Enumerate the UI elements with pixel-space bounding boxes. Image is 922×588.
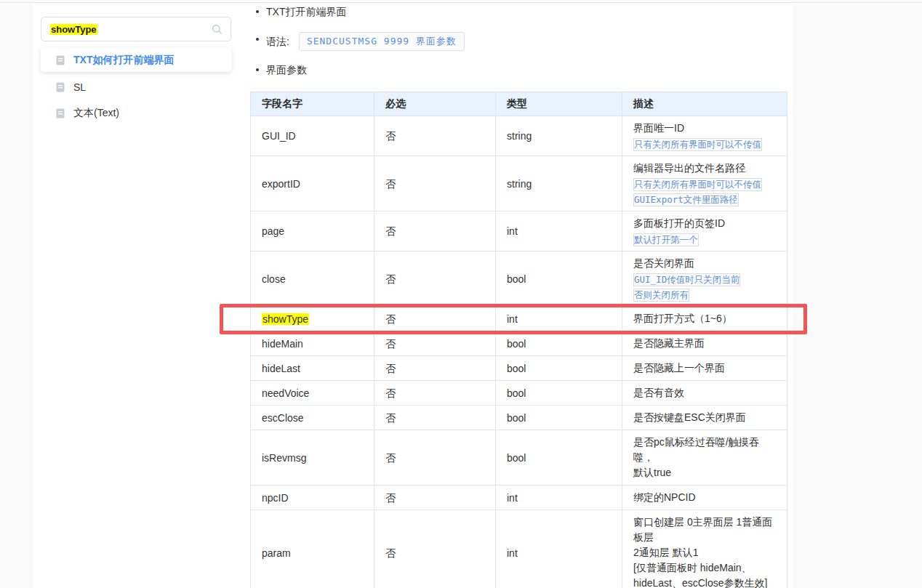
table-row: npcID否int绑定的NPCID [251, 486, 787, 510]
description-text: 是否按键盘ESC关闭界面 [633, 410, 776, 425]
cell-description: 是否按键盘ESC关闭界面 [622, 406, 787, 430]
description-text: 多面板打开的页签ID [633, 216, 776, 231]
table-row: exportID否string编辑器导出的文件名路径只有关闭所有界面时可以不传值… [251, 156, 787, 212]
bullet-params: 界面参数 [250, 63, 787, 77]
field-name: showType [262, 313, 309, 325]
cell-field-name: isRevmsg [251, 430, 374, 486]
description-text: 编辑器导出的文件名路径 [633, 161, 776, 176]
sidebar-item-text[interactable]: 文本(Text) [41, 102, 231, 124]
document-icon [56, 82, 65, 92]
cell-description: 是否pc鼠标经过吞噬/触摸吞噬， 默认true [622, 430, 787, 486]
table-row: hideLast否bool是否隐藏上一个界面 [251, 356, 787, 381]
field-name: escClose [262, 412, 304, 424]
search-query-text: showType [50, 24, 97, 35]
cell-field-name: param [251, 510, 374, 588]
cell-field-name: needVoice [251, 381, 374, 406]
document-icon [56, 108, 65, 118]
syntax-code-tag: SENDCUSTMSG 9999 界面参数 [299, 32, 465, 51]
field-name: isRevmsg [262, 452, 306, 464]
cell-required: 否 [374, 356, 496, 381]
field-name: hideLast [262, 363, 300, 374]
cell-required: 否 [374, 116, 496, 156]
cell-type: int [496, 486, 622, 510]
sidebar-item-label: TXT如何打开前端界面 [73, 54, 174, 67]
cell-description: 是否隐藏主界面 [622, 331, 787, 356]
table-row: page否int多面板打开的页签ID默认打开第一个 [251, 212, 787, 251]
doc-content: TXT打开前端界面 语法: SENDCUSTMSG 9999 界面参数 界面参数… [250, 3, 787, 588]
bullet-syntax: 语法: SENDCUSTMSG 9999 界面参数 [250, 32, 787, 51]
field-name: close [262, 273, 286, 285]
col-header-desc: 描述 [622, 92, 787, 116]
cell-type: bool [496, 430, 622, 486]
description-text: 绑定的NPCID [633, 490, 776, 505]
description-text: 界面打开方式（1~6） [633, 311, 776, 326]
description-text: 是否pc鼠标经过吞噬/触摸吞噬， 默认true [633, 435, 776, 480]
table-row: needVoice否bool是否有音效 [251, 381, 787, 406]
search-panel: showType TXT如何打开前端界面 [41, 17, 231, 124]
search-icon[interactable] [212, 24, 223, 35]
field-name: needVoice [262, 387, 309, 399]
desc-code-tag: GUIExport文件里面路径 [633, 193, 739, 206]
desc-code-tag: 只有关闭所有界面时可以不传值 [633, 138, 762, 151]
cell-required: 否 [374, 430, 496, 486]
table-row: param否int窗口创建层 0主界面层 1普通面板层 2通知层 默认1 [仅普… [251, 510, 787, 588]
cell-required: 否 [374, 406, 496, 430]
cell-description: 是否关闭界面GUI_ID传值时只关闭当前否则关闭所有 [622, 251, 787, 307]
col-header-required: 必选 [374, 92, 496, 116]
cell-field-name: exportID [251, 156, 374, 212]
desc-code-tag: 默认打开第一个 [633, 233, 699, 246]
cell-required: 否 [374, 307, 496, 331]
desc-code-tag: 只有关闭所有界面时可以不传值 [633, 178, 762, 191]
cell-description: 界面唯一ID只有关闭所有界面时可以不传值 [622, 116, 787, 156]
cell-description: 是否隐藏上一个界面 [622, 356, 787, 381]
cell-description: 是否有音效 [622, 381, 787, 406]
cell-type: int [496, 307, 622, 331]
cell-field-name: close [251, 251, 374, 307]
desc-code-tag: 否则关闭所有 [633, 289, 689, 302]
table-body: GUI_ID否string界面唯一ID只有关闭所有界面时可以不传值exportI… [251, 116, 787, 588]
sidebar-item-label: 文本(Text) [73, 107, 119, 120]
cell-required: 否 [374, 212, 496, 251]
sidebar-item-sl[interactable]: SL [41, 76, 231, 98]
cell-required: 否 [374, 331, 496, 356]
cell-type: bool [496, 251, 622, 307]
cell-required: 否 [374, 486, 496, 510]
field-name: npcID [262, 492, 289, 504]
cell-description: 多面板打开的页签ID默认打开第一个 [622, 212, 787, 251]
table-row: escClose否bool是否按键盘ESC关闭界面 [251, 406, 787, 430]
cell-description: 编辑器导出的文件名路径只有关闭所有界面时可以不传值GUIExport文件里面路径 [622, 156, 787, 212]
cell-description: 窗口创建层 0主界面层 1普通面板层 2通知层 默认1 [仅普通面板时 hide… [622, 510, 787, 588]
cell-field-name: escClose [251, 406, 374, 430]
cell-field-name: hideLast [251, 356, 374, 381]
table-row: GUI_ID否string界面唯一ID只有关闭所有界面时可以不传值 [251, 116, 787, 156]
cell-field-name: npcID [251, 486, 374, 510]
field-name: page [262, 225, 284, 237]
cell-type: int [496, 212, 622, 251]
cell-description: 界面打开方式（1~6） [622, 307, 787, 331]
search-input[interactable]: showType [41, 17, 231, 41]
table-row: isRevmsg否bool是否pc鼠标经过吞噬/触摸吞噬， 默认true [251, 430, 787, 486]
description-text: 是否关闭界面 [633, 256, 776, 271]
col-header-type: 类型 [496, 92, 622, 116]
cell-type: bool [496, 381, 622, 406]
cell-type: string [496, 156, 622, 212]
cell-required: 否 [374, 510, 496, 588]
cell-type: bool [496, 331, 622, 356]
right-background [793, 4, 922, 588]
col-header-field: 字段名字 [251, 92, 374, 116]
description-text: 界面唯一ID [633, 121, 776, 136]
cell-field-name: showType [251, 307, 374, 331]
description-text: 是否有音效 [633, 385, 776, 400]
bullet-title: TXT打开前端界面 [250, 4, 787, 19]
sidebar-item-label: SL [73, 81, 86, 93]
cell-field-name: page [251, 212, 374, 251]
description-text: 窗口创建层 0主界面层 1普通面板层 2通知层 默认1 [仅普通面板时 hide… [633, 515, 776, 588]
cell-type: bool [496, 406, 622, 430]
description-text: 是否隐藏主界面 [633, 336, 776, 351]
table-row: hideMain否bool是否隐藏主界面 [251, 331, 787, 356]
table-header-row: 字段名字 必选 类型 描述 [251, 92, 787, 116]
sidebar-item-txt-open-gui[interactable]: TXT如何打开前端界面 [41, 48, 231, 72]
cell-required: 否 [374, 251, 496, 307]
left-gutter [0, 4, 33, 588]
cell-field-name: hideMain [251, 331, 374, 356]
